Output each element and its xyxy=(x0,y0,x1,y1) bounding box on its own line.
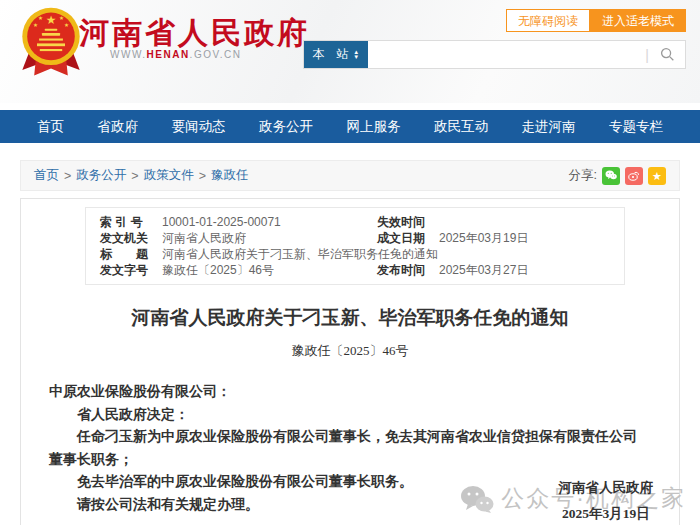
nav-item-special-topics[interactable]: 专题专栏 xyxy=(609,110,663,143)
nav-item-gov-affairs[interactable]: 政务公开 xyxy=(259,110,313,143)
document-meta-table: 索 引 号 10001-01-2025-00071 失效时间 发文机关 河南省人… xyxy=(85,207,625,285)
main-nav: 首页 省政府 要闻动态 政务公开 网上服务 政民互动 走进河南 专题专栏 xyxy=(0,110,700,143)
breadcrumb-current[interactable]: 豫政任 xyxy=(211,167,249,184)
sort-arrows-icon: ▲▼ xyxy=(353,50,359,60)
site-header: ★ ★ ★ ★ ★ 河南省人民政府 WWW.HENAN.GOV.CN 无障碍阅读… xyxy=(0,0,700,103)
breadcrumb-policy-files[interactable]: 政策文件 xyxy=(144,167,194,184)
elder-mode-button[interactable]: 进入适老模式 xyxy=(590,9,686,32)
document-paragraph: 任命刁玉新为中原农业保险股份有限公司董事长，免去其河南省农业信贷担保有限责任公司… xyxy=(49,426,647,471)
meta-label-doc-number: 发文字号 xyxy=(100,262,162,278)
share-qzone-button[interactable]: ★ xyxy=(648,167,666,185)
breadcrumb-gov-affairs[interactable]: 政务公开 xyxy=(76,167,126,184)
meta-value-index-no: 10001-01-2025-00071 xyxy=(162,214,281,230)
nav-item-about-henan[interactable]: 走进河南 xyxy=(522,110,576,143)
search-scope-dropdown[interactable]: 本 站 ▲▼ xyxy=(304,41,368,68)
meta-row: 发文机关 河南省人民政府 成文日期 2025年03月19日 xyxy=(100,230,612,246)
page: ★ ★ ★ ★ ★ 河南省人民政府 WWW.HENAN.GOV.CN 无障碍阅读… xyxy=(0,0,700,525)
breadcrumb-separator: > xyxy=(64,169,71,183)
share-label: 分享: xyxy=(569,167,597,184)
site-url-henan: HENAN xyxy=(147,49,190,60)
search-icon xyxy=(660,47,675,62)
wechat-icon xyxy=(605,170,617,181)
nav-item-provincial-gov[interactable]: 省政府 xyxy=(98,110,139,143)
nav-item-interaction[interactable]: 政民互动 xyxy=(434,110,488,143)
meta-label-written-date: 成文日期 xyxy=(377,230,439,246)
document-signature-block: 河南省人民政府 2025年3月19日 xyxy=(559,475,654,525)
accessibility-reading-button[interactable]: 无障碍阅读 xyxy=(506,9,590,32)
meta-value-written-date: 2025年03月19日 xyxy=(439,230,528,246)
document-salutation: 中原农业保险股份有限公司： xyxy=(49,381,647,404)
meta-label-issuing-agency: 发文机关 xyxy=(100,230,162,246)
svg-text:★: ★ xyxy=(38,15,43,21)
svg-text:★: ★ xyxy=(64,22,69,28)
svg-text:★: ★ xyxy=(59,15,64,21)
nav-item-online-services[interactable]: 网上服务 xyxy=(347,110,401,143)
nav-item-news[interactable]: 要闻动态 xyxy=(172,110,226,143)
meta-row: 发文字号 豫政任〔2025〕46号 发布时间 2025年03月27日 xyxy=(100,262,612,278)
weibo-icon xyxy=(628,170,640,181)
nav-item-home[interactable]: 首页 xyxy=(37,110,64,143)
share-weibo-button[interactable] xyxy=(625,167,643,185)
meta-value-doc-number: 豫政任〔2025〕46号 xyxy=(162,262,274,278)
document-number: 豫政任〔2025〕46号 xyxy=(21,342,679,360)
breadcrumb: 首页 > 政务公开 > 政策文件 > 豫政任 分享: xyxy=(20,160,680,191)
share-wechat-button[interactable] xyxy=(602,167,620,185)
breadcrumb-home[interactable]: 首页 xyxy=(34,167,59,184)
document-paragraph: 省人民政府决定： xyxy=(49,404,647,427)
search-button[interactable] xyxy=(649,41,685,68)
meta-row: 索 引 号 10001-01-2025-00071 失效时间 xyxy=(100,214,612,230)
search-bar: 本 站 ▲▼ | xyxy=(303,40,686,69)
breadcrumb-separator: > xyxy=(199,169,206,183)
meta-value-publish-date: 2025年03月27日 xyxy=(439,262,528,278)
meta-label-title: 标 题 xyxy=(100,246,162,262)
site-url: WWW.HENAN.GOV.CN xyxy=(110,49,241,60)
site-url-rest: .GOV.CN xyxy=(190,49,242,60)
meta-value-issuing-agency: 河南省人民政府 xyxy=(162,230,246,246)
national-emblem-logo[interactable]: ★ ★ ★ ★ ★ xyxy=(16,5,86,79)
signature-agency: 河南省人民政府 xyxy=(559,475,654,501)
meta-value-title: 河南省人民政府关于刁玉新、毕治军职务任免的通知 xyxy=(162,246,438,262)
site-title[interactable]: 河南省人民政府 xyxy=(79,13,310,54)
meta-label-publish-date: 发布时间 xyxy=(377,262,439,278)
share-group: 分享: ★ xyxy=(569,167,666,185)
meta-label-expiry: 失效时间 xyxy=(377,214,439,230)
meta-label-index-no: 索 引 号 xyxy=(100,214,162,230)
wechat-watermark-icon xyxy=(460,485,494,513)
document-title: 河南省人民政府关于刁玉新、毕治军职务任免的通知 xyxy=(21,305,679,331)
breadcrumb-separator: > xyxy=(131,169,138,183)
svg-text:★: ★ xyxy=(46,14,57,28)
search-scope-label: 本 站 xyxy=(313,46,352,63)
search-input[interactable] xyxy=(368,41,645,68)
article-container: 索 引 号 10001-01-2025-00071 失效时间 发文机关 河南省人… xyxy=(20,198,680,525)
national-emblem-icon: ★ ★ ★ ★ ★ xyxy=(16,5,86,79)
svg-text:★: ★ xyxy=(33,22,38,28)
signature-date: 2025年3月19日 xyxy=(559,501,654,525)
meta-row: 标 题 河南省人民政府关于刁玉新、毕治军职务任免的通知 xyxy=(100,246,612,262)
site-url-www: WWW. xyxy=(110,49,147,60)
header-buttons: 无障碍阅读 进入适老模式 xyxy=(506,9,686,32)
